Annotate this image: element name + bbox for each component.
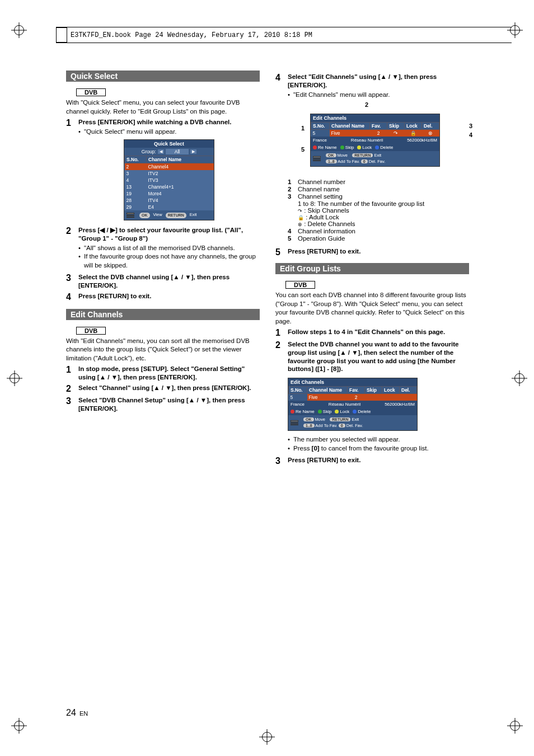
cell: 5	[311, 130, 330, 137]
step-3: 3Press [RETURN] to exit.	[275, 456, 469, 466]
crop-mark	[507, 718, 523, 734]
arrow-right-icon: ▶	[190, 149, 196, 154]
guide-text: Exit	[190, 212, 197, 218]
info-country: France	[313, 138, 327, 143]
header-text: E3TK7FD_EN.book Page 24 Wednesday, Febru…	[71, 31, 312, 39]
guide-text: Exit	[352, 417, 359, 422]
red-dot-icon	[313, 145, 317, 149]
osd-title: Edit Channels	[311, 114, 439, 122]
channel-info: France Réseau Numéril 562000kHz/8M	[288, 401, 417, 408]
osd-guide: OK Move RETURN Exit 1..8 Add To Fav.	[288, 415, 417, 430]
step-1: 1 Press [ENTER/OK] while watching a DVB …	[66, 118, 260, 224]
legend-sub: 1 to 8: The number of the favourite grou…	[298, 200, 469, 207]
group-label: Group:	[142, 149, 156, 154]
hdr-del: Del.	[422, 123, 439, 130]
intro-text: You can sort each DVB channel into 8 dif…	[275, 291, 469, 326]
hdr-sno: S.No.	[125, 156, 147, 163]
guide-text: Del. Fav.	[369, 159, 385, 164]
group-selector: Group: ◀ All ▶	[124, 148, 214, 156]
cell: 19	[125, 190, 147, 197]
callout-5: 5	[301, 146, 305, 153]
cell: ITV4	[147, 197, 214, 204]
cell: 5	[289, 394, 307, 401]
legend-sub: ↷ : Skip Channels	[298, 207, 469, 214]
color-buttons: Re Name Skip Lock Delete	[311, 144, 439, 151]
blue-dot-icon	[353, 410, 357, 414]
step-4: 4 Select "Edit Channels" using [▲ / ▼], …	[275, 73, 469, 245]
step-2: 2 Select the DVB channel you want to add…	[275, 340, 469, 454]
quick-select-osd: Quick Select Group: ◀ All ▶ S.No.Channel…	[124, 139, 214, 220]
step-5: 5Press [RETURN] to exit.	[275, 247, 469, 257]
cell: Five	[307, 394, 348, 401]
info-country: France	[291, 402, 305, 407]
step-text: Press [RETURN] to exit.	[288, 247, 469, 256]
ok-pill: OK	[139, 213, 150, 218]
skip-icon: ↷	[298, 208, 302, 214]
cell: ITV2	[147, 170, 214, 177]
hdr-lock: Lock	[382, 387, 400, 394]
step-sub: If the favourite group does not have any…	[78, 252, 260, 270]
step-sub: Press [0] to cancel from the favourite g…	[288, 444, 469, 453]
hdr-name: Channel Name	[307, 387, 348, 394]
step-3: 3 Select the DVB channel using [▲ / ▼], …	[66, 273, 260, 290]
cell: 4	[125, 177, 147, 184]
cell: 2	[125, 163, 147, 171]
info-freq: 562000kHz/8M	[385, 402, 415, 407]
skip-icon: ↷	[387, 130, 405, 137]
dvb-tag: DVB	[285, 281, 315, 289]
channel-table: S.No.Channel Name 2Channel4 3ITV2 4ITV3 …	[124, 156, 214, 210]
step-text: Select "Edit Channels" using [▲ / ▼], th…	[288, 73, 469, 90]
hdr-fav: Fav.	[348, 387, 365, 394]
btn-skip: Skip	[345, 145, 354, 150]
osd-title: Quick Select	[124, 140, 214, 148]
dpad-icon	[313, 156, 321, 161]
step-text: Press [RETURN] to exit.	[288, 456, 469, 464]
osd-guide: OK View RETURN Exit	[124, 210, 214, 220]
num-pill: 1..8	[303, 424, 315, 428]
guide-text: Add To Fav.	[315, 423, 337, 428]
hdr-lock: Lock	[405, 123, 422, 130]
reg-mark	[259, 729, 275, 745]
cell: E4	[147, 204, 214, 210]
step-text: In stop mode, press [SETUP]. Select "Gen…	[78, 365, 260, 382]
step-text: Select "Channel" using [▲ / ▼], then pre…	[78, 384, 260, 392]
btn-lock: Lock	[362, 145, 372, 150]
return-pill: RETURN	[352, 153, 373, 157]
cell: More4	[147, 190, 214, 197]
step-text: Press [◀ / ▶] to select your favourite g…	[78, 226, 260, 243]
info-freq: 562000kHz/8M	[407, 138, 437, 143]
delete-icon: ⊗	[422, 130, 439, 137]
step-sub: "All" shows a list of all the memorised …	[78, 244, 260, 253]
dpad-icon	[291, 420, 298, 425]
color-buttons: Re Name Skip Lock Delete	[288, 408, 417, 415]
yellow-dot-icon	[335, 410, 339, 414]
edit-channels-osd-2: Edit Channels S.No. Channel Name Fav. Sk…	[288, 378, 418, 431]
lock-icon: 🔒	[298, 215, 304, 220]
legend-sub: ⊗ : Delete Channels	[298, 220, 469, 227]
zero-pill: 0	[361, 159, 368, 163]
btn-skip: Skip	[323, 409, 332, 414]
btn-lock: Lock	[340, 409, 349, 414]
guide-text: Move	[338, 153, 348, 158]
return-pill: RETURN	[330, 417, 350, 421]
reg-mark	[512, 370, 527, 386]
step-4: 4 Press [RETURN] to exit.	[66, 292, 260, 302]
hdr-name: Channel Name	[330, 123, 370, 130]
info-net: Réseau Numéril	[329, 402, 360, 407]
legend-text: Channel setting	[298, 193, 343, 200]
step-2: 2 Press [◀ / ▶] to select your favourite…	[66, 226, 260, 271]
crop-mark	[11, 718, 27, 734]
callout-4: 4	[469, 132, 472, 138]
legend-text: Channel name	[298, 186, 340, 192]
arrow-left-icon: ◀	[158, 149, 164, 154]
reg-mark	[7, 370, 22, 386]
cell: 2	[348, 394, 365, 401]
page-number: 24 EN	[66, 708, 88, 718]
section-quick-select: Quick Select	[66, 71, 260, 82]
callout-legend: 1Channel number 2Channel name 3Channel s…	[288, 179, 469, 242]
hdr-fav: Fav.	[370, 123, 387, 130]
group-value: All	[166, 149, 189, 154]
cell: Five	[330, 130, 370, 137]
guide-text: Move	[315, 417, 325, 422]
callout-1: 1	[301, 125, 305, 132]
